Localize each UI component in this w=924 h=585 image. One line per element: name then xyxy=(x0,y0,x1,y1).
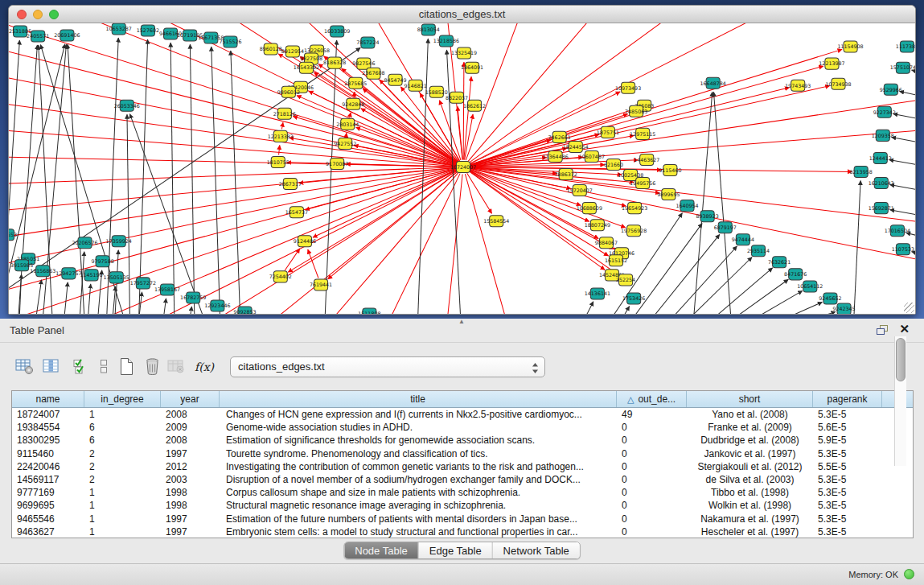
graph-edge[interactable] xyxy=(62,282,68,314)
cell-short[interactable]: Hescheler et al. (1997) xyxy=(687,525,813,538)
tab-node-table[interactable]: Node Table xyxy=(344,542,419,558)
graph-edge[interactable] xyxy=(654,246,737,314)
graph-node[interactable]: 8471676 xyxy=(784,269,807,280)
cell-in_degree[interactable]: 6 xyxy=(84,421,161,434)
graph-node[interactable]: 6879197 xyxy=(714,222,737,233)
cell-short[interactable]: Wolkin et al. (1998) xyxy=(687,499,813,512)
graph-edge[interactable] xyxy=(707,279,789,314)
column-header-out_degree[interactable]: △ out_de... xyxy=(617,391,687,407)
cell-name[interactable]: 9777169 xyxy=(12,486,84,499)
graph-edge[interactable] xyxy=(187,307,191,314)
close-window-button[interactable] xyxy=(17,10,27,19)
cell-in_degree[interactable]: 2 xyxy=(84,447,161,460)
graph-node[interactable]: 8938923 xyxy=(696,211,719,222)
graph-node[interactable]: 13325419 xyxy=(451,47,477,59)
cell-year[interactable]: 1997 xyxy=(161,447,220,460)
graph-node[interactable]: 9884067 xyxy=(595,237,618,249)
table-row[interactable]: 2242004622012Investigating the contribut… xyxy=(12,460,913,473)
graph-node[interactable]: 11154908 xyxy=(837,41,863,52)
cell-title[interactable]: Embryonic stem cells: a model to study s… xyxy=(220,525,617,538)
cell-pagerank[interactable]: 5.5E-5 xyxy=(813,460,882,473)
graph-edge[interactable] xyxy=(906,233,915,242)
table-selector-dropdown[interactable]: citations_edges.txt xyxy=(230,356,545,377)
cell-name[interactable]: 22420046 xyxy=(12,460,84,473)
column-header-pagerank[interactable]: pagerank xyxy=(813,391,882,407)
graph-edge[interactable] xyxy=(468,23,607,162)
cell-pagerank[interactable]: 5.3E-5 xyxy=(813,486,882,499)
graph-node[interactable]: 26053346 xyxy=(114,100,140,111)
cell-short[interactable]: Nakamura et al. (1997) xyxy=(687,513,813,525)
cell-out_degree[interactable]: 0 xyxy=(617,513,687,525)
graph-node[interactable]: 9529966 xyxy=(880,84,902,95)
cell-year[interactable]: 1997 xyxy=(161,525,220,538)
cell-in_degree[interactable]: 1 xyxy=(84,513,161,525)
minimize-window-button[interactable] xyxy=(33,10,43,19)
graph-edge[interactable] xyxy=(912,70,915,80)
cell-pagerank[interactable]: 5.3E-5 xyxy=(813,473,882,486)
cell-pagerank[interactable]: 5.6E-5 xyxy=(813,421,882,434)
cell-title[interactable]: Genome-wide association studies in ADHD. xyxy=(220,421,617,434)
new-file-icon[interactable] xyxy=(115,354,138,378)
graph-edge[interactable] xyxy=(190,44,195,314)
graph-node[interactable]: 9245652 xyxy=(819,293,841,304)
column-header-year[interactable]: year xyxy=(161,391,220,407)
graph-edge[interactable] xyxy=(463,62,464,159)
graph-node[interactable]: 1145190 xyxy=(80,270,102,281)
graph-node[interactable]: 11156863 xyxy=(30,266,55,277)
graph-edge[interactable] xyxy=(9,40,19,314)
graph-node[interactable]: 9227342 xyxy=(873,106,896,117)
graph-edge[interactable] xyxy=(636,234,720,314)
graph-edge[interactable] xyxy=(669,257,752,314)
graph-node[interactable]: 10654112 xyxy=(797,281,823,292)
graph-node[interactable]: 2718126 xyxy=(273,108,296,119)
graph-edge[interactable] xyxy=(354,92,355,97)
graph-node[interactable]: 16782759 xyxy=(180,292,206,303)
graph-edge[interactable] xyxy=(889,159,915,170)
cell-year[interactable]: 2003 xyxy=(161,473,220,486)
cell-out_degree[interactable]: 0 xyxy=(617,525,687,538)
graph-node[interactable]: 9146821 xyxy=(405,80,427,91)
cell-year[interactable]: 1998 xyxy=(161,499,220,512)
graph-edge[interactable] xyxy=(464,76,471,159)
graph-node[interactable]: 1107533 xyxy=(892,244,914,255)
row-selection-icon[interactable] xyxy=(69,354,92,378)
graph-edge[interactable] xyxy=(575,302,593,314)
graph-edge[interactable] xyxy=(211,47,221,314)
graph-node[interactable]: 1244413 xyxy=(869,152,892,163)
graph-edge[interactable] xyxy=(713,92,732,314)
graph-node[interactable]: 252254 xyxy=(616,274,635,286)
graph-node[interactable]: 16033809 xyxy=(324,26,350,37)
graph-edge[interactable] xyxy=(611,307,630,314)
graph-node[interactable]: 19756928 xyxy=(621,225,647,237)
graph-node[interactable]: 1654737 xyxy=(285,207,308,218)
cell-out_degree[interactable]: 0 xyxy=(617,421,687,434)
graph-node[interactable]: 19654923 xyxy=(622,203,647,214)
graph-edge[interactable] xyxy=(285,249,300,271)
graph-edge[interactable] xyxy=(308,249,318,278)
cell-title[interactable]: Structural magnetic resonance image aver… xyxy=(220,499,617,512)
graph-node[interactable]: 10734938 xyxy=(825,78,851,89)
graph-node[interactable]: 920553 xyxy=(9,229,17,241)
graph-node[interactable]: 9242345 xyxy=(832,303,855,314)
graph-node[interactable]: 1753426 xyxy=(622,293,645,304)
cell-title[interactable]: Investigating the contribution of common… xyxy=(220,460,617,473)
graph-edge[interactable] xyxy=(350,113,351,117)
graph-edge[interactable] xyxy=(187,171,457,314)
cell-pagerank[interactable]: 5.3E-5 xyxy=(813,525,882,538)
graph-edge[interactable] xyxy=(470,168,915,266)
graph-edge[interactable] xyxy=(161,299,166,314)
graph-node[interactable]: 14136141 xyxy=(585,288,610,299)
graph-node[interactable]: 12975115 xyxy=(630,128,655,139)
column-header-title[interactable]: title xyxy=(220,391,617,407)
cell-year[interactable]: 2012 xyxy=(161,460,220,473)
cell-pagerank[interactable]: 5.3E-5 xyxy=(813,499,882,512)
tab-network-table[interactable]: Network Table xyxy=(493,542,580,558)
graph-edge[interactable] xyxy=(9,169,456,298)
cell-short[interactable]: Yano et al. (2008) xyxy=(687,408,813,421)
close-panel-icon[interactable]: ✕ xyxy=(899,322,910,336)
graph-node[interactable]: 9115460 xyxy=(659,164,681,175)
graph-edge[interactable] xyxy=(890,185,915,196)
graph-node[interactable]: 15720407 xyxy=(567,185,593,196)
cell-title[interactable]: Tourette syndrome. Phenomenology and cla… xyxy=(220,447,617,460)
cell-year[interactable]: 2009 xyxy=(161,421,220,434)
